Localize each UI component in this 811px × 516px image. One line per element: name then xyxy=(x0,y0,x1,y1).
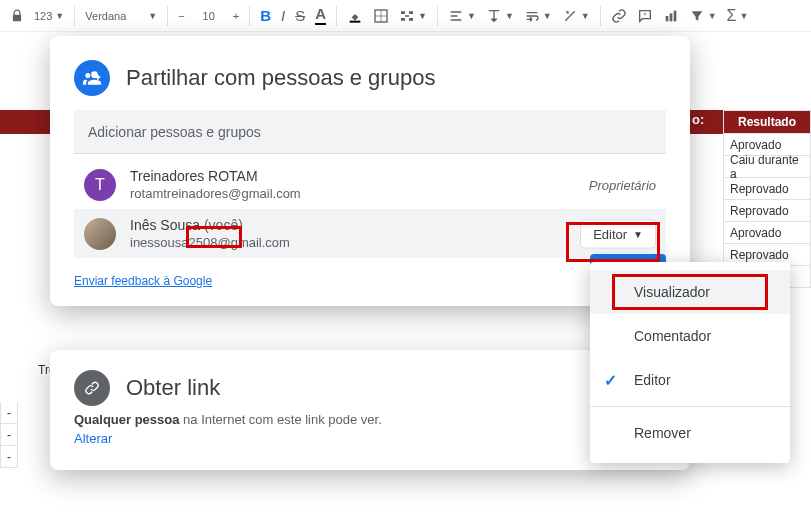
row-header[interactable]: - xyxy=(0,402,18,424)
chart-icon xyxy=(663,8,679,24)
role-option-editor[interactable]: ✓ Editor xyxy=(590,358,790,402)
borders-button[interactable] xyxy=(369,4,393,28)
avatar xyxy=(84,218,116,250)
role-option-label: Editor xyxy=(634,372,671,388)
role-dropdown: Visualizador Comentador ✓ Editor Remover xyxy=(590,262,790,463)
valign-button[interactable]: ▼ xyxy=(482,4,518,28)
result-cell[interactable]: Aprovado xyxy=(723,222,811,244)
filter-button[interactable]: ▼ xyxy=(685,4,721,28)
person-email: rotamtreinadores@gmail.com xyxy=(130,186,301,201)
share-people-icon xyxy=(74,60,110,96)
toolbar-currency[interactable] xyxy=(6,4,28,28)
result-cell[interactable]: Caiu durante a xyxy=(723,156,811,178)
comment-button[interactable] xyxy=(633,4,657,28)
result-header: Resultado xyxy=(723,110,811,134)
share-title: Partilhar com pessoas e grupos xyxy=(126,65,435,91)
bold-button[interactable]: B xyxy=(256,4,275,28)
borders-icon xyxy=(373,8,389,24)
link-description: Qualquer pessoa na Internet com este lin… xyxy=(74,412,666,427)
sigma-icon: Σ xyxy=(727,7,737,25)
lock-fill-icon xyxy=(10,9,24,23)
row-header[interactable]: - xyxy=(0,446,18,468)
paint-icon xyxy=(347,8,363,24)
check-icon: ✓ xyxy=(604,371,617,390)
add-people-input[interactable]: Adicionar pessoas e grupos xyxy=(74,110,666,154)
wrap-button[interactable]: ▼ xyxy=(520,4,556,28)
role-option-viewer[interactable]: Visualizador xyxy=(590,270,790,314)
person-name: Treinadores ROTAM xyxy=(130,168,301,184)
person-role: Proprietário xyxy=(589,177,656,192)
comment-icon xyxy=(637,8,653,24)
person-name: Inês Sousa (você) xyxy=(130,217,290,233)
align-icon xyxy=(448,8,464,24)
person-email: inessousa2508@gmail.com xyxy=(130,235,290,250)
add-people-placeholder: Adicionar pessoas e grupos xyxy=(88,124,261,140)
link-icon xyxy=(611,8,627,24)
role-option-remove[interactable]: Remover xyxy=(590,411,790,455)
merge-button[interactable]: ▼ xyxy=(395,4,431,28)
toolbar-font[interactable]: Verdana▼ xyxy=(81,4,161,28)
svg-rect-6 xyxy=(673,10,676,21)
halign-button[interactable]: ▼ xyxy=(444,4,480,28)
fill-color-button[interactable] xyxy=(343,4,367,28)
svg-rect-4 xyxy=(665,16,668,21)
chevron-down-icon: ▼ xyxy=(633,228,643,239)
font-size-dec[interactable]: − xyxy=(174,4,188,28)
link-circle-icon xyxy=(74,370,110,406)
row-header[interactable]: - xyxy=(0,424,18,446)
rotate-icon xyxy=(562,8,578,24)
svg-rect-5 xyxy=(669,13,672,21)
role-label: Editor xyxy=(593,226,627,241)
font-size-input[interactable]: 10 xyxy=(191,4,227,28)
svg-rect-0 xyxy=(350,20,361,22)
role-option-label: Visualizador xyxy=(634,284,710,300)
toolbar-numfmt-label: 123 xyxy=(34,10,52,22)
person-owner: T Treinadores ROTAM rotamtreinadores@gma… xyxy=(74,160,666,209)
result-cell[interactable]: Reprovado xyxy=(723,200,811,222)
toolbar-font-label: Verdana xyxy=(85,10,126,22)
font-size-inc[interactable]: + xyxy=(229,4,243,28)
role-option-label: Comentador xyxy=(634,328,711,344)
filter-icon xyxy=(689,8,705,24)
change-link[interactable]: Alterar xyxy=(74,431,112,446)
valign-icon xyxy=(486,8,502,24)
strike-button[interactable]: S xyxy=(291,4,309,28)
get-link-title: Obter link xyxy=(126,375,220,401)
merge-icon xyxy=(399,8,415,24)
role-option-commenter[interactable]: Comentador xyxy=(590,314,790,358)
chart-button[interactable] xyxy=(659,4,683,28)
link-button[interactable] xyxy=(607,4,631,28)
role-dropdown-button[interactable]: Editor ▼ xyxy=(580,219,656,248)
feedback-link[interactable]: Enviar feedback à Google xyxy=(74,274,212,288)
role-option-label: Remover xyxy=(634,425,691,441)
col-header-o: o: xyxy=(692,112,704,127)
rotate-button[interactable]: ▼ xyxy=(558,4,594,28)
text-color-button[interactable]: A xyxy=(311,4,330,28)
person-me: Inês Sousa (você) inessousa2508@gmail.co… xyxy=(74,209,666,258)
avatar: T xyxy=(84,169,116,201)
row-headers: - - - xyxy=(0,402,18,468)
you-tag: (você) xyxy=(204,217,243,233)
result-cell[interactable]: Reprovado xyxy=(723,178,811,200)
dropdown-separator xyxy=(590,406,790,407)
toolbar-numfmt[interactable]: 123▼ xyxy=(30,4,68,28)
functions-button[interactable]: Σ▼ xyxy=(723,4,753,28)
wrap-icon xyxy=(524,8,540,24)
toolbar: 123▼ Verdana▼ − 10 + B I S A ▼ ▼ ▼ ▼ ▼ ▼ xyxy=(0,0,811,32)
italic-button[interactable]: I xyxy=(277,4,289,28)
